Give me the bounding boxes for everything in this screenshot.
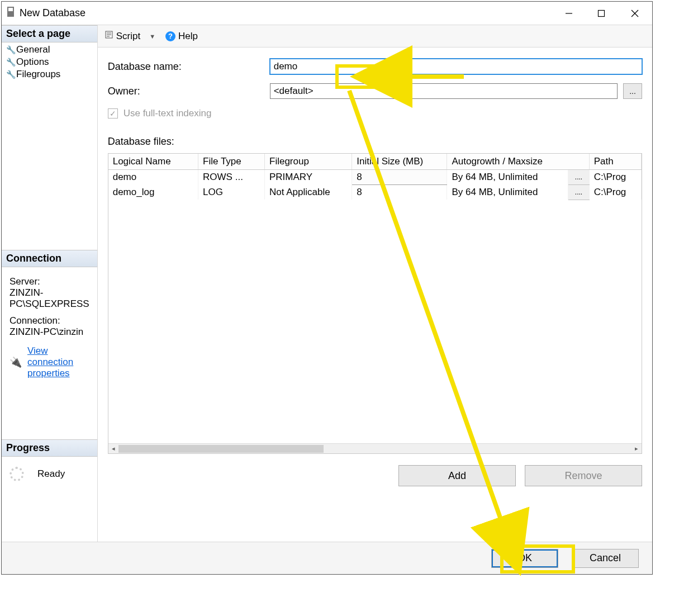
close-button[interactable]	[618, 2, 652, 25]
cell-filegroup[interactable]: PRIMARY	[265, 170, 352, 185]
table-row[interactable]: demo ROWS ... PRIMARY 8 By 64 MB, Unlimi…	[108, 170, 642, 185]
cell-file-type[interactable]: ROWS ...	[198, 170, 265, 185]
dialog-footer: OK Cancel	[2, 542, 652, 574]
owner-label: Owner:	[108, 86, 270, 97]
connection-header: Connection	[2, 250, 97, 267]
scroll-thumb[interactable]	[118, 445, 324, 453]
dbname-label: Database name:	[108, 61, 270, 73]
autogrowth-browse-button[interactable]: ....	[568, 170, 589, 185]
fulltext-label: Use full-text indexing	[124, 108, 212, 119]
horizontal-scrollbar[interactable]: ◂ ▸	[108, 443, 642, 453]
svg-rect-1	[8, 8, 13, 11]
main-panel: Script ▼ ? Help Database name: Owner:	[98, 25, 652, 542]
owner-browse-button[interactable]: ...	[623, 83, 642, 99]
cell-logical-name[interactable]: demo_log	[108, 185, 198, 200]
chevron-down-icon[interactable]: ▼	[149, 33, 155, 40]
owner-input[interactable]	[270, 83, 618, 99]
cell-filegroup[interactable]: Not Applicable	[265, 185, 352, 200]
script-button[interactable]: Script ▼	[105, 30, 155, 42]
server-value: ZINZIN-PC\SQLEXPRESS	[10, 287, 89, 310]
col-logical-name[interactable]: Logical Name	[108, 154, 198, 170]
cell-initial-size[interactable]: 8	[352, 185, 447, 200]
wrench-icon: 🔧	[6, 70, 14, 79]
table-row[interactable]: demo_log LOG Not Applicable 8 By 64 MB, …	[108, 185, 642, 200]
page-options[interactable]: 🔧 Options	[2, 56, 97, 68]
cell-autogrowth: By 64 MB, Unlimited	[447, 170, 568, 185]
progress-status: Ready	[37, 468, 65, 480]
wrench-icon: 🔧	[6, 58, 14, 67]
script-icon	[105, 30, 113, 42]
minimize-button[interactable]	[553, 2, 585, 25]
cell-autogrowth: By 64 MB, Unlimited	[447, 185, 568, 200]
scroll-track[interactable]	[118, 444, 631, 453]
help-label: Help	[178, 31, 198, 42]
page-general[interactable]: 🔧 General	[2, 44, 97, 56]
grid-header-row: Logical Name File Type Filegroup Initial…	[108, 154, 642, 170]
cell-initial-size[interactable]: 8	[352, 170, 447, 185]
connection-panel: Server: ZINZIN-PC\SQLEXPRESS Connection:…	[2, 267, 97, 389]
wrench-icon: 🔧	[6, 45, 14, 54]
col-file-type[interactable]: File Type	[198, 154, 265, 170]
window-buttons	[553, 2, 652, 25]
page-label: General	[16, 44, 50, 55]
page-label: Filegroups	[16, 69, 60, 80]
col-initial-size[interactable]: Initial Size (MB)	[352, 154, 447, 170]
progress-spinner-icon	[10, 467, 24, 481]
script-label: Script	[116, 31, 140, 42]
help-button[interactable]: ? Help	[165, 31, 198, 42]
database-files-label: Database files:	[108, 136, 642, 148]
select-page-header: Select a page	[2, 25, 97, 42]
new-database-dialog: New Database Select a page 🔧 General	[1, 1, 653, 575]
progress-panel: Ready	[2, 457, 97, 491]
connection-label: Connection:	[10, 315, 89, 326]
cell-logical-name[interactable]: demo	[108, 170, 198, 185]
remove-button: Remove	[525, 465, 642, 486]
page-list: 🔧 General 🔧 Options 🔧 Filegroups	[2, 42, 97, 80]
progress-header: Progress	[2, 439, 97, 457]
col-filegroup[interactable]: Filegroup	[265, 154, 352, 170]
toolbar: Script ▼ ? Help	[98, 25, 652, 48]
add-button[interactable]: Add	[398, 465, 516, 486]
maximize-button[interactable]	[585, 2, 618, 25]
svg-rect-3	[599, 10, 605, 16]
autogrowth-browse-button[interactable]: ....	[568, 185, 589, 200]
cell-path[interactable]: C:\Prog	[589, 170, 641, 185]
col-autogrowth[interactable]: Autogrowth / Maxsize	[447, 154, 589, 170]
cancel-button[interactable]: Cancel	[572, 549, 639, 568]
page-label: Options	[16, 56, 49, 68]
window-title: New Database	[20, 7, 86, 19]
sidebar: Select a page 🔧 General 🔧 Options 🔧 File…	[2, 25, 98, 542]
view-connection-link[interactable]: View connection properties	[27, 345, 89, 379]
database-files-grid[interactable]: Logical Name File Type Filegroup Initial…	[108, 153, 642, 454]
fulltext-checkbox-row: ✓ Use full-text indexing	[108, 108, 642, 119]
scroll-right-icon[interactable]: ▸	[631, 444, 642, 453]
app-icon	[6, 6, 15, 20]
connection-icon: 🔌	[10, 356, 22, 368]
server-label: Server:	[10, 276, 89, 287]
cell-path[interactable]: C:\Prog	[589, 185, 641, 200]
titlebar: New Database	[2, 2, 652, 25]
cell-file-type[interactable]: LOG	[198, 185, 265, 200]
help-icon: ?	[165, 31, 175, 41]
page-filegroups[interactable]: 🔧 Filegroups	[2, 68, 97, 80]
connection-value: ZINZIN-PC\zinzin	[10, 326, 89, 338]
col-path[interactable]: Path	[589, 154, 641, 170]
fulltext-checkbox: ✓	[108, 108, 118, 119]
scroll-left-icon[interactable]: ◂	[108, 444, 118, 453]
dbname-input[interactable]	[270, 59, 642, 74]
ok-button[interactable]: OK	[491, 549, 558, 568]
